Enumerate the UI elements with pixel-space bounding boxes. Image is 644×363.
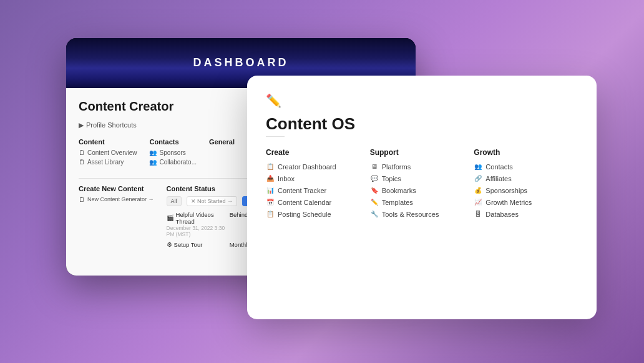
- os-item-inbox[interactable]: 📥 Inbox: [266, 175, 370, 182]
- nav-col-general-title: General: [209, 138, 235, 146]
- nav-item-collaborators[interactable]: 👥 Collaborato...: [149, 159, 196, 166]
- nav-icon: 👥: [149, 149, 157, 156]
- os-item-contacts[interactable]: 👥 Contacts: [474, 163, 578, 171]
- setup-icon: ⚙: [167, 241, 172, 248]
- os-col-create: Create 📋 Creator Dashboard 📥 Inbox 📊 Con…: [266, 148, 370, 222]
- os-item-content-tracker[interactable]: 📊 Content Tracker: [266, 187, 370, 194]
- os-item-sponsorships[interactable]: 💰 Sponsorships: [474, 187, 578, 194]
- video-icon: 🎬: [167, 214, 174, 221]
- create-new-content-section: Create New Content 🗒 New Content Generat…: [79, 185, 154, 258]
- os-item-platforms[interactable]: 🖥 Platforms: [370, 163, 474, 171]
- platforms-icon: 🖥: [370, 163, 379, 170]
- os-col-growth-title: Growth: [474, 148, 578, 157]
- content-tracker-icon: 📊: [266, 187, 275, 194]
- content-os-card: ✏️ Content OS Create 📋 Creator Dashboard…: [247, 76, 597, 319]
- dashboard-title: DASHBOARD: [193, 56, 289, 69]
- nav-item-sponsors[interactable]: 👥 Sponsors: [149, 149, 196, 156]
- status-filter-not-started[interactable]: ✕ Not Started →: [187, 196, 238, 206]
- os-col-growth: Growth 👥 Contacts 🔗 Affiliates 💰 Sponsor…: [474, 148, 578, 222]
- nav-icon: 🗒: [79, 159, 85, 166]
- nav-col-content-title: Content: [79, 138, 137, 146]
- os-col-support-title: Support: [370, 148, 474, 157]
- content-os-title: Content OS: [266, 114, 578, 134]
- os-col-support: Support 🖥 Platforms 💬 Topics 🔖 Bookmarks…: [370, 148, 474, 222]
- os-item-databases[interactable]: 🗄 Databases: [474, 211, 578, 218]
- generator-icon: 🗒: [79, 196, 85, 203]
- os-columns: Create 📋 Creator Dashboard 📥 Inbox 📊 Con…: [266, 148, 578, 222]
- new-content-generator-button[interactable]: 🗒 New Content Generator →: [79, 196, 154, 203]
- cards-container: DASHBOARD Content Creator ▶ Profile Shor…: [47, 38, 597, 326]
- os-item-creator-dashboard[interactable]: 📋 Creator Dashboard: [266, 163, 370, 171]
- templates-icon: ✏️: [370, 199, 379, 206]
- posting-schedule-icon: 📋: [266, 211, 275, 217]
- nav-col-contacts-title: Contacts: [149, 138, 196, 146]
- bookmarks-icon: 🔖: [370, 187, 379, 194]
- nav-item-content-overview[interactable]: 🗒 Content Overview: [79, 149, 137, 156]
- create-new-content-title: Create New Content: [79, 185, 154, 192]
- os-item-affiliates[interactable]: 🔗 Affiliates: [474, 175, 578, 182]
- pencil-icon: ✏️: [266, 93, 578, 108]
- nav-col-general: General: [209, 138, 235, 168]
- profile-shortcuts-arrow: ▶: [79, 121, 84, 129]
- databases-icon: 🗄: [474, 211, 482, 217]
- inbox-icon: 📥: [266, 175, 275, 182]
- nav-col-contacts: Contacts 👥 Sponsors 👥 Collaborato...: [149, 138, 196, 168]
- nav-col-content: Content 🗒 Content Overview 🗒 Asset Libra…: [79, 138, 137, 168]
- status-filter-all[interactable]: All: [167, 196, 182, 206]
- profile-shortcuts-label: Profile Shortcuts: [86, 121, 137, 129]
- growth-metrics-icon: 📈: [474, 199, 482, 206]
- nav-item-asset-library[interactable]: 🗒 Asset Library: [79, 159, 137, 166]
- os-item-topics[interactable]: 💬 Topics: [370, 175, 474, 182]
- nav-icon: 🗒: [79, 149, 85, 156]
- nav-icon: 👥: [149, 159, 157, 166]
- tools-icon: 🔧: [370, 211, 379, 217]
- affiliates-icon: 🔗: [474, 175, 482, 182]
- os-item-content-calendar[interactable]: 📅 Content Calendar: [266, 199, 370, 206]
- os-col-create-title: Create: [266, 148, 370, 157]
- content-item-setup: ⚙ Setup Tour: [167, 241, 230, 248]
- os-item-bookmarks[interactable]: 🔖 Bookmarks: [370, 187, 474, 194]
- topics-icon: 💬: [370, 175, 379, 182]
- os-item-growth-metrics[interactable]: 📈 Growth Metrics: [474, 199, 578, 206]
- content-item-videos: 🎬 Helpful Videos Thread December 31, 202…: [167, 211, 230, 237]
- os-item-tools-resources[interactable]: 🔧 Tools & Resources: [370, 211, 474, 218]
- os-item-posting-schedule[interactable]: 📋 Posting Schedule: [266, 211, 370, 218]
- sponsorships-icon: 💰: [474, 187, 482, 194]
- calendar-icon: 📅: [266, 199, 275, 206]
- creator-dashboard-icon: 📋: [266, 163, 275, 170]
- contacts-icon: 👥: [474, 163, 482, 170]
- os-item-templates[interactable]: ✏️ Templates: [370, 199, 474, 206]
